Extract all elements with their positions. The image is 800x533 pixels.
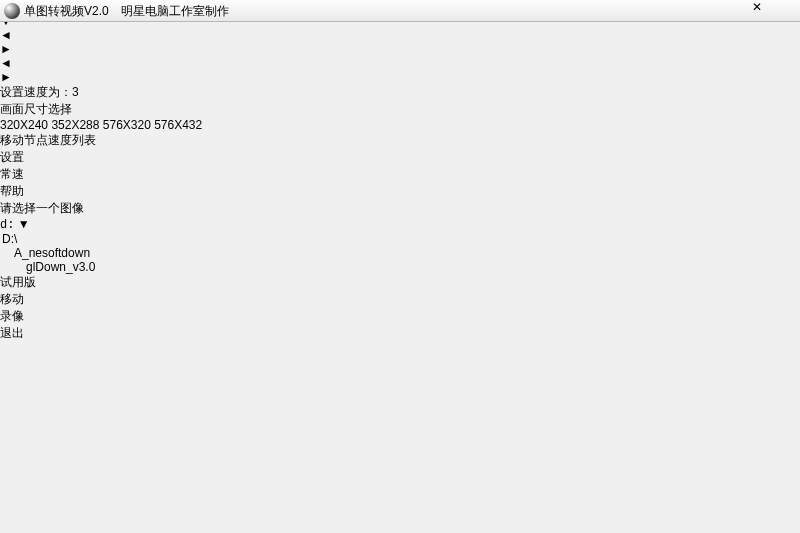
drive-select[interactable]: d: ▼ — [0, 217, 800, 232]
speed-list-label: 移动节点速度列表 — [0, 132, 800, 149]
app-icon — [4, 3, 20, 19]
move-button[interactable]: 移动 — [0, 291, 800, 308]
tree-label: glDown_v3.0 — [26, 260, 95, 274]
scroll-left-icon[interactable]: ◄ — [0, 28, 800, 42]
close-button[interactable]: ✕ — [752, 0, 800, 20]
size-radio-352x288[interactable]: 352X288 — [51, 118, 102, 132]
folder-tree[interactable]: D:\ A_nesoftdown glDown_v3.0 — [0, 232, 800, 274]
speed-label: 设置速度为：3 — [0, 84, 800, 101]
speed-decrease-button[interactable]: ◄ — [0, 56, 800, 70]
tree-item-child[interactable]: glDown_v3.0 — [0, 260, 800, 274]
tree-item-selected[interactable]: A_nesoftdown — [0, 246, 800, 260]
size-radio-576x432[interactable]: 576X432 — [154, 118, 202, 132]
size-radio-576x320[interactable]: 576X320 — [103, 118, 154, 132]
radio-label: 320X240 — [0, 118, 48, 132]
settings-button[interactable]: 设置 — [0, 149, 800, 166]
speed-increase-button[interactable]: ► — [0, 70, 800, 84]
title-bar: 单图转视频V2.0 明星电脑工作室制作 ✕ — [0, 0, 800, 22]
chevron-down-icon[interactable]: ▼ — [18, 217, 30, 231]
right-panel: 请选择一个图像 d: ▼ D:\ A_nesoftdown glDown_v3.… — [0, 200, 800, 342]
radio-label: 576X432 — [154, 118, 202, 132]
size-radio-320x240[interactable]: 320X240 — [0, 118, 51, 132]
frame-size-section: 画面尺寸选择 320X240 352X288 576X320 576X432 — [0, 101, 800, 132]
frame-size-title: 画面尺寸选择 — [0, 101, 800, 118]
tree-label: A_nesoftdown — [14, 246, 90, 260]
normal-speed-button[interactable]: 常速 — [0, 166, 800, 183]
exit-button[interactable]: 退出 — [0, 325, 800, 342]
help-button[interactable]: 帮助 — [0, 183, 800, 200]
preview-hscroll[interactable]: ◄ ► — [0, 28, 800, 56]
select-image-label: 请选择一个图像 — [0, 200, 800, 217]
radio-label: 352X288 — [51, 118, 99, 132]
speed-section: ◄ ► 设置速度为：3 — [0, 56, 800, 101]
scroll-right-icon[interactable]: ► — [0, 42, 800, 56]
radio-label: 576X320 — [103, 118, 151, 132]
window-title: 单图转视频V2.0 明星电脑工作室制作 — [24, 3, 229, 20]
tree-item-root[interactable]: D:\ — [0, 232, 800, 246]
trial-label: 试用版 — [0, 274, 800, 291]
record-button[interactable]: 录像 — [0, 308, 800, 325]
drive-text: d: — [0, 218, 14, 232]
tree-label: D:\ — [2, 232, 17, 246]
